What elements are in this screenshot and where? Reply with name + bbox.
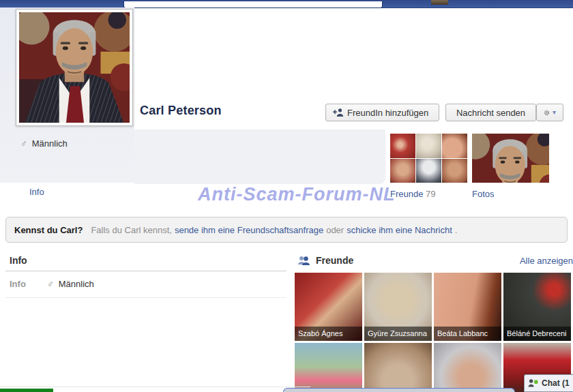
facebook-profile-page: Carl Peterson FreundIn hinzufügen Nachri… [0,0,573,392]
photos-link[interactable]: Fotos [472,189,495,199]
topbar-profile-thumbnail[interactable] [431,0,448,5]
friends-title: Freunde [316,255,520,266]
friend-card[interactable]: Beáta Labbanc [434,273,501,341]
chat-bar[interactable]: Chat (1 [524,374,573,392]
banner-text: Falls du Carl kennst, [91,225,172,235]
settings-dropdown-button[interactable]: ▾ [536,104,563,121]
friend-name: Szabó Ágnes [295,327,362,341]
chat-label: Chat (1 [542,378,570,388]
search-input[interactable] [123,1,383,8]
bottom-divider [0,387,310,387]
info-row-value: ♂Männlich [47,279,94,289]
send-message-link[interactable]: schicke ihm eine Nachricht [347,225,452,235]
horizontal-scrollbar-thumb[interactable] [283,388,515,392]
friend-thumb [442,159,467,183]
add-friend-label: FreundIn hinzufügen [347,108,428,118]
male-icon: ♂ [47,279,54,289]
info-box: Info Info ♂Männlich [5,254,286,298]
friend-card[interactable]: Béláné Debreceni [503,273,571,341]
info-row: Info ♂Männlich [5,271,286,298]
know-carl-banner: Kennst du Carl? Falls du Carl kennst, se… [5,217,568,243]
add-friend-button[interactable]: FreundIn hinzufügen [325,104,439,121]
chat-person-icon [528,379,538,387]
friends-box-label[interactable]: Freunde 79 [390,189,436,199]
friend-thumb [416,134,441,158]
friend-thumb [416,159,441,183]
friend-card[interactable]: Szabó Ágnes [295,273,362,341]
anti-scam-watermark: Anti-Scam-Forum-NL [198,184,396,205]
see-all-link[interactable]: Alle anzeigen [520,256,573,266]
friend-name: Béláné Debreceni [503,327,571,341]
male-icon: ♂ [20,138,27,149]
gender-summary: ♂Männlich [20,138,68,149]
photos-box-label[interactable]: Fotos [472,189,495,199]
friend-card[interactable] [295,343,362,392]
profile-picture[interactable] [16,9,133,126]
gear-icon [544,108,550,117]
friend-thumb [442,134,467,158]
friend-name: Gyüre Zsuzsanna [364,327,432,341]
sidebar-item-info[interactable]: Info [29,187,44,197]
friends-section: Freunde Alle anzeigen Szabó Ágnes Gyüre … [295,254,573,392]
banner-conjunction: oder [326,225,344,235]
chevron-down-icon: ▾ [553,109,556,116]
friend-thumb [390,159,415,183]
info-row-label: Info [10,279,47,289]
friends-count: 79 [426,189,435,199]
send-message-label: Nachricht senden [456,108,525,118]
add-friend-icon [333,108,344,117]
friend-name: Beáta Labbanc [434,327,501,341]
friend-thumb [390,134,415,158]
friend-card[interactable] [434,343,501,392]
gender-text: Männlich [32,138,68,149]
gender-value: Männlich [59,279,94,289]
friend-request-link[interactable]: sende ihm eine Freundschaftsanfrage [175,225,323,235]
banner-question: Kennst du Carl? [14,225,83,235]
page-title: Carl Peterson [140,104,222,118]
friend-card[interactable] [364,343,432,392]
photos-preview[interactable] [472,134,549,183]
friends-icon [297,256,311,265]
send-message-button[interactable]: Nachricht senden [445,104,536,121]
friends-header: Freunde Alle anzeigen [295,254,573,270]
header-band-background [134,130,385,184]
friends-collage[interactable] [390,134,467,183]
banner-period: . [455,225,458,235]
loading-progress-bar [0,389,53,392]
info-box-title: Info [5,254,286,271]
friend-card[interactable]: Gyüre Zsuzsanna [364,273,432,341]
